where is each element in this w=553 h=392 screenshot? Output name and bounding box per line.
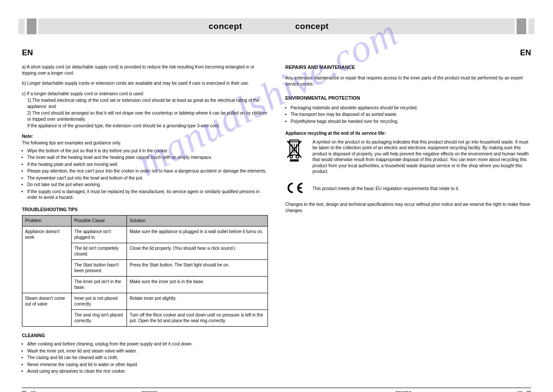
env-bullet-list: Packaging materials and obsolete applian… [291, 105, 531, 125]
table-cell: The Start button hasn't been pressed. [72, 259, 127, 276]
left-page: EN a) A short supply cord (or detachable… [22, 47, 268, 379]
table-row: Steam doesn't come out of valve Inner po… [22, 293, 268, 309]
table-cell: Close the lid properly. (You should hear… [127, 243, 267, 259]
table-cell: Rotate inner pot slightly. [127, 293, 267, 309]
cleaning-bullet-list: After cooking and before cleaning, unplu… [27, 341, 268, 374]
list-item: After cooking and before cleaning, unplu… [27, 341, 268, 347]
list-item: Packaging materials and obsolete applian… [291, 105, 531, 111]
body-text: a) A short supply cord (or detachable su… [22, 64, 268, 76]
body-text: Any extensive maintenance or repair that… [286, 75, 531, 87]
ce-text: This product meets all the basic EU regu… [313, 186, 531, 192]
svg-point-4 [290, 155, 293, 158]
changes-text: Changes to the text, design and technica… [286, 201, 531, 213]
list-item: Wipe the bottom of the pot so that it is… [27, 148, 268, 154]
service-heading: REPAIRS AND MAINTENANCE [286, 64, 531, 71]
body-text: c) If a longer detachable supply cord or… [22, 91, 268, 97]
table-cell: Press the Start button. The Start light … [127, 259, 267, 276]
header-decor [38, 18, 515, 34]
header-decor [27, 18, 36, 34]
body-text: 2) The cord should be arranged so that i… [27, 110, 268, 122]
troubleshooting-heading: TROUBLESHOOTING TIPS [22, 207, 268, 213]
list-item: Polyethylene bags should be handed over … [291, 119, 531, 125]
list-item: If the supply cord is damaged, it must b… [27, 189, 268, 201]
list-item: The inner wall of the heating bowl and t… [27, 155, 268, 161]
footer-rule [22, 388, 531, 388]
table-cell: Make sure the appliance is plugged in a … [127, 226, 267, 243]
body-text: b) Longer detachable supply cords or ext… [22, 80, 268, 86]
col-header: Possible Cause [72, 216, 127, 227]
table-cell: The seal ring isn't placed correctly. [72, 309, 127, 326]
right-page: EN REPAIRS AND MAINTENANCE Any extensive… [286, 47, 531, 379]
lang-tag: EN [286, 47, 531, 58]
list-item: Never immerse the casing and lid in wate… [27, 362, 268, 368]
list-item: The eyewinker can't put into the bowl an… [27, 175, 268, 181]
table-cell: Make sure the inner pot is in the base. [127, 276, 267, 293]
table-cell: The lid isn't completely closed. [72, 243, 127, 259]
brand-logo-left: concept [209, 18, 242, 34]
weee-bin-icon [286, 139, 307, 164]
body-text: 1) The marked electrical rating of the c… [27, 97, 268, 109]
list-item: Do not take out the pot when working. [27, 182, 268, 188]
environment-heading: ENVIRONMENTAL PROTECTION [286, 95, 531, 101]
notes-bullet-list: Wipe the bottom of the pot so that it is… [27, 148, 268, 201]
table-row: Appliance doesn't work The appliance isn… [22, 226, 268, 243]
table-cell: Appliance doesn't work [22, 226, 72, 293]
header-bar: concept concept [0, 18, 553, 34]
col-header: Solution [127, 216, 267, 227]
header-decor [528, 18, 535, 34]
recycle-heading: Appliance recycling at the end of its se… [286, 130, 531, 137]
table-header-row: Problem Possible Cause Solution [22, 216, 268, 227]
ce-mark-icon [286, 182, 307, 196]
list-item: Wash the inner pot, inner lid and steam … [27, 348, 268, 354]
list-item: If the heating plate and switch are movi… [27, 162, 268, 168]
table-cell: Inner pot is not placed correctly. [72, 293, 127, 309]
header-decor [18, 18, 25, 34]
header-decor [517, 18, 526, 34]
list-item: The casing and lid can be cleaned with a… [27, 355, 268, 361]
recycle-text: A symbol on the product or its packaging… [313, 139, 531, 175]
cleaning-heading: CLEANING [22, 333, 268, 339]
list-item: The transport box may be disposed of as … [291, 111, 531, 118]
table-cell: The inner pot isn't in the base. [72, 276, 127, 293]
table-cell: The appliance isn't plugged in. [72, 226, 127, 243]
troubleshooting-table: Problem Possible Cause Solution Applianc… [22, 215, 268, 327]
svg-point-5 [296, 155, 299, 158]
list-item: Please pay attention, the rice can't pou… [27, 168, 268, 174]
lang-tag: EN [22, 47, 268, 58]
col-header: Problem [22, 216, 72, 227]
table-cell: Turn off the Rice cooker and cool down u… [127, 309, 267, 326]
list-item: Avoid using any abrasives to clean the r… [27, 368, 268, 374]
table-cell: Steam doesn't come out of valve [22, 293, 72, 326]
note-subtext: The following tips are examples and guid… [22, 140, 268, 146]
note-heading: Note: [22, 133, 268, 140]
body-text: If the appliance is of the grounded type… [27, 123, 268, 129]
brand-logo-right: concept [295, 18, 329, 34]
svg-rect-8 [290, 159, 299, 162]
